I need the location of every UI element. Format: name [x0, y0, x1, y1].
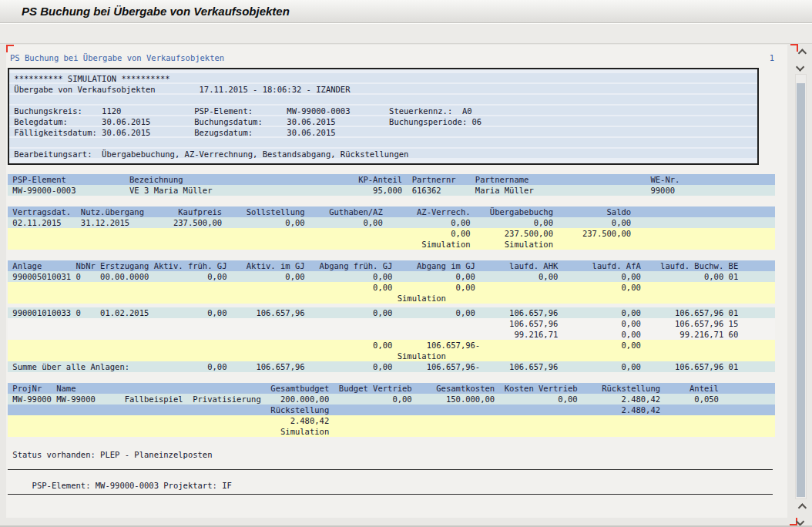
report-line: 106.657,96 0,00 106.657,96 15 — [8, 318, 775, 329]
report-line: Vertragsdat. Nutz.übergang Kaufpreis Sol… — [8, 206, 775, 217]
scroll-down-button[interactable] — [794, 60, 807, 73]
anlage-table-1: Anlage NbNr Erstzugang Aktiv. früh. GJ A… — [8, 260, 775, 304]
report-line: Simulation — [8, 293, 775, 304]
report-line: PSP-Element: MW-99000-0003 Projektart: I… — [8, 480, 775, 491]
report-line: Belegdatum: 30.06.2015 Buchungsdatum: 30… — [9, 116, 757, 127]
report-line: 990005010031 0 00.00.0000 0,00 0,00 0,00… — [8, 271, 775, 282]
report-line: Simulation — [8, 351, 775, 361]
chevron-down-icon — [795, 62, 804, 71]
report-line: Summe über alle Anlagen: 0,00 106.657,96… — [8, 361, 775, 372]
report-line: 0,00 106.657,96- 0,00 — [8, 340, 775, 351]
application-toolbar — [0, 23, 812, 44]
report-line: ProjNr Name Gesamtbudget Budget Vertrieb… — [8, 383, 775, 394]
report-line: 02.11.2015 31.12.2015 237.500,00 0,00 0,… — [8, 217, 775, 228]
chevron-up-icon — [797, 503, 806, 512]
list-corner-top-left-icon — [6, 45, 14, 52]
report-body: ********** SIMULATION ********** Übergab… — [8, 68, 778, 495]
scrollbar-thumb[interactable] — [797, 83, 805, 497]
anlage-table-2: 990001010033 0 01.02.2015 0,00 106.657,9… — [8, 307, 775, 372]
scrollbar-track[interactable] — [795, 74, 807, 499]
report-line: PSP-Element Bezeichnung KP-Anteil Partne… — [8, 174, 775, 185]
spacer — [8, 372, 778, 383]
report-line: MW-99000-0003 VE 3 Maria Müller 95,000 6… — [8, 185, 775, 196]
spacer — [8, 196, 778, 206]
report-line: Anlage NbNr Erstzugang Aktiv. früh. GJ A… — [8, 260, 775, 271]
spacer — [8, 437, 778, 449]
scroll-up-button-bottom[interactable] — [794, 501, 807, 514]
spacer — [8, 250, 778, 260]
report-line: 0,00 0,00 0,00 — [8, 282, 775, 293]
chevron-down-icon — [795, 517, 804, 525]
vertical-scrollbar[interactable] — [794, 45, 807, 525]
report-line: Status vorhanden: PLEP - Planeinzelposte… — [8, 449, 775, 460]
psp-element-table: PSP-Element Bezeichnung KP-Anteil Partne… — [8, 174, 775, 196]
scroll-up-button[interactable] — [794, 46, 807, 59]
spacer — [8, 165, 778, 174]
report-title: PS Buchung bei Übergabe von Verkaufsobje… — [10, 52, 224, 63]
spacer — [8, 460, 778, 469]
report-line: Bearbeitungsart: Übergabebuchung, AZ-Ver… — [9, 149, 757, 159]
report-line: Simulation Simulation — [8, 239, 775, 250]
report-title-line: PS Buchung bei Übergabe von Verkaufsobje… — [10, 52, 774, 63]
report-line: MW-99000 MW-99000 Fallbeispiel Privatisi… — [8, 394, 775, 404]
footer-line: PSP-Element: MW-99000-0003 Projektart: I… — [8, 480, 775, 491]
spacer — [8, 470, 778, 480]
report-line: 990001010033 0 01.02.2015 0,00 106.657,9… — [8, 307, 775, 318]
separator-rule — [8, 494, 773, 495]
simulation-header-box: ********** SIMULATION ********** Übergab… — [8, 68, 759, 165]
report-line: Übergabe von Verkaufsobjekten 17.11.2015… — [9, 84, 757, 95]
report-line: ********** SIMULATION ********** — [9, 73, 757, 84]
report-line: Simulation — [8, 426, 775, 437]
vertrag-table: Vertragsdat. Nutz.übergang Kaufpreis Sol… — [8, 206, 775, 250]
window-title: PS Buchung bei Übergabe von Verkaufsobje… — [22, 5, 290, 18]
report-line: Rückstellung 2.480,42 — [8, 404, 775, 415]
report-line — [9, 95, 757, 106]
report-line — [9, 138, 757, 149]
report-area: PS Buchung bei Übergabe von Verkaufsobje… — [6, 45, 787, 518]
report-line: 0,00 237.500,00 237.500,00 — [8, 228, 775, 239]
projekt-table: ProjNr Name Gesamtbudget Budget Vertrieb… — [8, 383, 775, 437]
status-line: Status vorhanden: PLEP - Planeinzelposte… — [8, 449, 775, 460]
report-line: 2.480,42 — [8, 415, 775, 426]
report-line: Fälligkeitsdatum: 30.06.2015 Bezugsdatum… — [9, 127, 757, 138]
page-number: 1 — [770, 52, 774, 63]
chevron-up-icon — [797, 49, 806, 57]
report-line: Buchungskreis: 1120 PSP-Element: MW-9900… — [9, 106, 757, 116]
report-line: 99.216,71 0,00 99.216,71 60 — [8, 329, 775, 340]
window-titlebar: PS Buchung bei Übergabe von Verkaufsobje… — [0, 0, 812, 23]
